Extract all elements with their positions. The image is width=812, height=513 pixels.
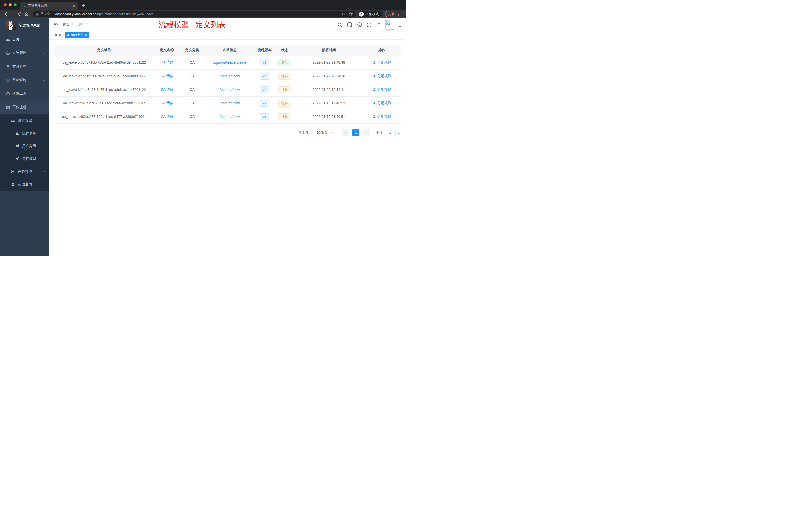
help-icon[interactable]: ? (357, 22, 362, 27)
new-tab-button[interactable]: + (82, 3, 85, 8)
tab-close-icon[interactable]: × (73, 4, 75, 7)
page-size-select[interactable]: 10条/页 (312, 129, 337, 136)
form-link[interactable]: /bpm/oa/flow (220, 74, 239, 78)
sidebar: 芋道管理系统 首页 系统管理 ¥ 支付管理 (0, 18, 49, 256)
prev-page-button[interactable]: ‹ (342, 129, 349, 136)
assign-rule-button[interactable]: 分配规则 (373, 87, 392, 92)
home-icon[interactable] (24, 11, 30, 17)
update-label[interactable]: 更新 (388, 12, 395, 16)
back-icon[interactable] (2, 11, 8, 17)
version-badge: v4 (260, 73, 269, 80)
logo-row[interactable]: 芋道管理系统 (0, 18, 49, 33)
assign-rule-button[interactable]: 分配规则 (373, 115, 392, 119)
favicon-icon (23, 4, 26, 7)
url-bar[interactable]: 不安全 dashboard.yudao.iocoder.cn /bpm/mana… (33, 11, 356, 17)
url-path[interactable]: /bpm/manager/definition?key=oa_leave (96, 12, 153, 16)
status-badge: 挂起 (279, 86, 291, 93)
close-window-button[interactable] (3, 3, 6, 6)
sidebar-item-leave-query[interactable]: 请假查询 (0, 178, 49, 191)
chevron-down-icon (43, 79, 45, 81)
definition-category: OA (179, 110, 205, 123)
form-link[interactable]: /bpm/oa/flow (220, 101, 239, 105)
sidebar-item-pay[interactable]: ¥ 支付管理 (0, 60, 49, 73)
reload-icon[interactable] (17, 11, 23, 17)
security-warning-icon[interactable] (36, 12, 39, 16)
sidebar-item-task-mgmt[interactable]: 任务管理 (0, 165, 49, 178)
definition-id: oa_leave:2:3c1f0ef1-76b1-11ec-9c66-a2380… (54, 96, 154, 110)
total-count: 共 5 条 (298, 130, 308, 135)
window-controls[interactable] (3, 3, 17, 6)
forward-icon[interactable] (9, 11, 16, 17)
browser-tab[interactable]: 芋道管理系统 × (20, 2, 78, 9)
sidebar-item-label: 用户分组 (22, 144, 36, 148)
org-tree-icon (11, 170, 15, 174)
definition-name-link[interactable]: OA 请假 (161, 101, 173, 105)
tag-home[interactable]: 首页 (53, 32, 63, 38)
definition-name-link[interactable]: OA 请假 (161, 87, 173, 91)
bookmark-star-icon[interactable] (348, 12, 353, 16)
col-version: 流程版本 (255, 45, 274, 56)
incognito-label: 无痕模式 (366, 12, 379, 16)
definition-table: 定义编号 定义名称 定义分类 表单信息 流程版本 状态 部署时间 操作 oa_l (54, 45, 401, 124)
sidebar-item-workflow[interactable]: 工作流程 (0, 100, 49, 114)
form-link[interactable]: /bpm/oa/flow (220, 115, 239, 119)
assign-rule-button[interactable]: 分配规则 (373, 101, 392, 105)
sidebar-item-process-model[interactable]: 流程模型 (0, 152, 49, 165)
sidebar-item-system[interactable]: 系统管理 (0, 46, 49, 60)
assign-rule-button[interactable]: 分配规则 (373, 60, 392, 65)
version-badge: v3 (260, 86, 269, 93)
avatar[interactable] (385, 20, 396, 30)
sidebar-item-home[interactable]: 首页 (0, 33, 49, 46)
avatar-caret-icon[interactable] (399, 26, 402, 27)
form-document-icon (15, 131, 19, 135)
content: 定义编号 定义名称 定义分类 表单信息 流程版本 状态 部署时间 操作 oa_l (49, 39, 406, 256)
breadcrumb-home[interactable]: 首页 (62, 22, 69, 27)
tags-view: 首页 流程定义 × (49, 31, 406, 39)
sidebar-item-process-form[interactable]: 流程表单 (0, 127, 49, 140)
browser-menu-icon[interactable]: ⋮ (397, 12, 401, 16)
tag-close-icon[interactable]: × (85, 33, 87, 37)
current-page-button[interactable]: 1 (352, 129, 359, 136)
definition-name-link[interactable]: OA 请假 (161, 115, 173, 118)
fullscreen-icon[interactable] (367, 22, 371, 27)
status-badge: 挂起 (279, 100, 291, 107)
sidebar-fold-icon[interactable] (53, 22, 58, 27)
assign-rule-button[interactable]: 分配规则 (373, 74, 392, 78)
security-label[interactable]: 不安全 (41, 12, 50, 16)
goto-page-input[interactable] (385, 129, 396, 136)
sidebar-item-user-group[interactable]: 用户分组 (0, 140, 49, 152)
dashboard-icon (6, 37, 10, 42)
sidebar-item-process-mgmt[interactable]: 流程管理 (0, 114, 49, 127)
sidebar-item-label: 请假查询 (18, 182, 32, 187)
next-page-button[interactable]: › (362, 129, 370, 136)
active-dot-icon (67, 34, 69, 36)
table-header-row: 定义编号 定义名称 定义分类 表单信息 流程版本 状态 部署时间 操作 (54, 45, 401, 56)
status-badge: 挂起 (279, 73, 291, 80)
main: 首页 / 流程定义 流程模型 - 定义列表 ? (49, 18, 406, 256)
form-link[interactable]: /bpm/oa/leave/create (213, 60, 246, 64)
table-row: oa_leave:1:482ec033-762a-11ec-8477-a2380… (54, 110, 401, 123)
tag-process-definition[interactable]: 流程定义 × (65, 32, 89, 38)
url-host[interactable]: dashboard.yudao.iocoder.cn (56, 12, 96, 16)
font-size-icon[interactable]: тT (376, 23, 381, 27)
password-key-icon[interactable] (341, 12, 346, 16)
github-icon[interactable] (347, 22, 352, 27)
definition-name-link[interactable]: OA 请假 (161, 60, 173, 64)
maximize-window-button[interactable] (13, 3, 17, 6)
table-row: oa_leave:3:1fad3d93-7b75-11ec-a3c8-acde4… (54, 83, 401, 96)
minimize-window-button[interactable] (8, 3, 11, 6)
browser-update-button[interactable]: 更新 ⋮ (385, 10, 404, 17)
breadcrumb-separator: / (72, 23, 73, 27)
screen: 芋道管理系统 × + 不安全 dashboard.yudao.iocoder.c… (0, 0, 406, 256)
col-deploy-time: 部署时间 (295, 45, 363, 56)
definition-name-link[interactable]: OA 请假 (161, 74, 173, 78)
sidebar-item-dev[interactable]: 研发工具 (0, 87, 49, 100)
form-link[interactable]: /bpm/oa/flow (220, 88, 239, 92)
version-badge: v2 (260, 100, 269, 107)
group-face-icon (15, 144, 19, 148)
chevron-down-icon (43, 65, 45, 67)
sidebar-item-infra[interactable]: 基础设施 (0, 73, 49, 87)
search-icon[interactable] (338, 22, 342, 27)
sidebar-item-label: 流程表单 (22, 131, 36, 135)
sidebar-item-label: 流程管理 (18, 118, 32, 123)
